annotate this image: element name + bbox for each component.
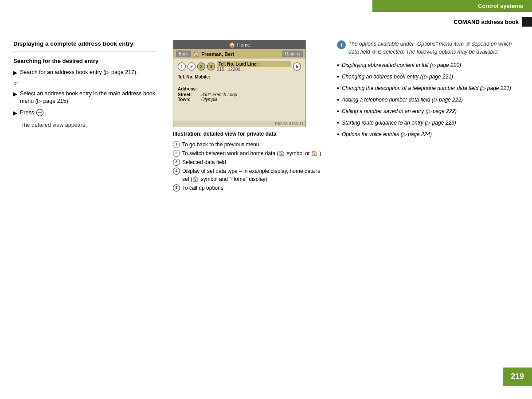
num-circle: 5 <box>173 184 180 192</box>
bullet-text-1: Search for an address book entry (▷ page… <box>20 69 138 77</box>
bullet-item-press: ▶ Press ↩. <box>13 109 157 119</box>
num-circle: 3 <box>173 159 180 166</box>
screen-back-button[interactable]: Back <box>176 51 191 57</box>
page-number: 219 <box>503 368 532 386</box>
arrow-icon-1: ▶ <box>13 69 17 77</box>
bullet-text-2: Select an address book entry in the main… <box>20 90 157 106</box>
screen-town-label: Town: <box>178 97 198 102</box>
right-bullet-list: Displaying abbreviated content in full (… <box>337 61 519 139</box>
illustration-item-text: To call up options <box>182 184 223 192</box>
illustration-list: 1To go back to the previous menu2To swit… <box>173 141 324 192</box>
illustration-list-item: 1To go back to the previous menu <box>173 141 324 149</box>
section-title: Displaying a complete address book entry <box>13 40 157 48</box>
right-bullet-item: Displaying abbreviated content in full (… <box>337 61 519 70</box>
screen-nav-bar: Back 🏠 Freeman, Bert Options <box>173 49 305 59</box>
arrow-icon-2: ▶ <box>13 90 17 98</box>
illustration-title: Illustration: detailed view for private … <box>173 131 324 137</box>
info-icon: i <box>337 40 346 49</box>
arrow-icon-press: ▶ <box>13 110 17 117</box>
screen-street-label: Street: <box>178 92 198 97</box>
right-bullet-item: Calling a number saved in an entry (▷ pa… <box>337 107 519 116</box>
illustration-list-item: 5To call up options <box>173 184 324 192</box>
illustration-item-text: Selected data field <box>182 158 226 166</box>
right-bullet-item: Starting route guidance to an entry (▷ p… <box>337 119 519 128</box>
section-divider <box>13 51 157 51</box>
press-symbol-icon: ↩ <box>36 109 43 116</box>
illustration-list-item: 3Selected data field <box>173 158 324 166</box>
left-column: Displaying a complete address book entry… <box>13 40 164 368</box>
num-circle: 2 <box>173 150 180 157</box>
screen-street-value: 3301 French Loop <box>201 92 237 97</box>
home-icon: 🏠 <box>229 42 235 48</box>
num-circle: 1 <box>173 141 180 148</box>
num-circle: 4 <box>173 168 180 175</box>
circle-2: 2 <box>188 63 196 70</box>
info-box: i The options available under "Options" … <box>337 40 519 56</box>
info-text: The options available under "Options" me… <box>348 40 519 56</box>
screen-tel-label: Tel. No. Land Line: <box>217 61 291 67</box>
screen-tel-row: 1 2 3 4 Tel. No. Land Line: 015...12200.… <box>178 61 301 72</box>
screen-contact-name: Freeman, Bert <box>201 51 282 57</box>
circle-4: 4 <box>207 63 215 70</box>
bullet-item-2: ▶ Select an address book entry in the ma… <box>13 90 157 106</box>
circle-5: 5 <box>293 63 301 70</box>
illustration-item-text: To switch between work and home data (🏠 … <box>182 149 321 157</box>
screen-home-icon: 🏠 <box>193 51 200 57</box>
circle-1: 1 <box>178 63 186 70</box>
screen-options-button[interactable]: Options <box>282 51 303 57</box>
control-systems-tab: Control systems <box>372 0 532 12</box>
screen-reference: P82.86-6130-31 <box>173 121 305 127</box>
screen-street-row: Street: 3301 French Loop <box>178 92 301 97</box>
screen-mockup: 🏠 Home Back 🏠 Freeman, Bert Options 1 2 … <box>173 40 306 127</box>
press-line: Press ↩. <box>20 109 46 117</box>
middle-column: 🏠 Home Back 🏠 Freeman, Bert Options 1 2 … <box>173 40 324 368</box>
right-bullet-item: Adding a telephone number data field (▷ … <box>337 96 519 105</box>
comand-address-book-label: COMAND address book <box>454 19 519 25</box>
illustration-list-item: 4Display of set data type – in example d… <box>173 167 324 183</box>
header-bar: Control systems COMAND address book <box>222 0 532 18</box>
black-square-decoration <box>522 17 532 27</box>
main-content: Displaying a complete address book entry… <box>0 35 532 372</box>
screen-body: 1 2 3 4 Tel. No. Land Line: 015...12200.… <box>173 59 305 121</box>
screen-tel-value: 015...12200... <box>217 67 291 72</box>
control-systems-label: Control systems <box>478 3 523 9</box>
screen-top-label: Home <box>237 42 250 47</box>
right-bullet-item: Changing the description of a telephone … <box>337 84 519 93</box>
circle-3: 3 <box>197 63 205 70</box>
comand-address-book-bar: COMAND address book <box>346 17 532 27</box>
right-bullet-item: Changing an address book entry ((▷ page … <box>337 73 519 82</box>
illustration-item-text: Display of set data type – in example di… <box>182 167 324 183</box>
screen-town-value: Olympia <box>201 97 218 102</box>
detail-view-text: The detailed view appears. <box>20 122 157 128</box>
illustration-list-item: 2To switch between work and home data (🏠… <box>173 149 324 157</box>
screen-address-label: Address: <box>178 86 301 91</box>
or-text: or <box>13 80 157 86</box>
right-bullet-item: Options for voice entries (▷ page 224) <box>337 130 519 139</box>
screen-tel-mobile-label: Tel. No. Mobile: <box>178 74 301 79</box>
illustration-item-text: To go back to the previous menu <box>182 141 259 149</box>
press-label: Press <box>20 110 34 116</box>
screen-town-row: Town: Olympia <box>178 97 301 102</box>
right-column: i The options available under "Options" … <box>332 40 519 368</box>
subsection-title: Searching for the desired entry <box>13 58 157 64</box>
bullet-item-1: ▶ Search for an address book entry (▷ pa… <box>13 69 157 77</box>
screen-top-bar: 🏠 Home <box>173 40 305 49</box>
